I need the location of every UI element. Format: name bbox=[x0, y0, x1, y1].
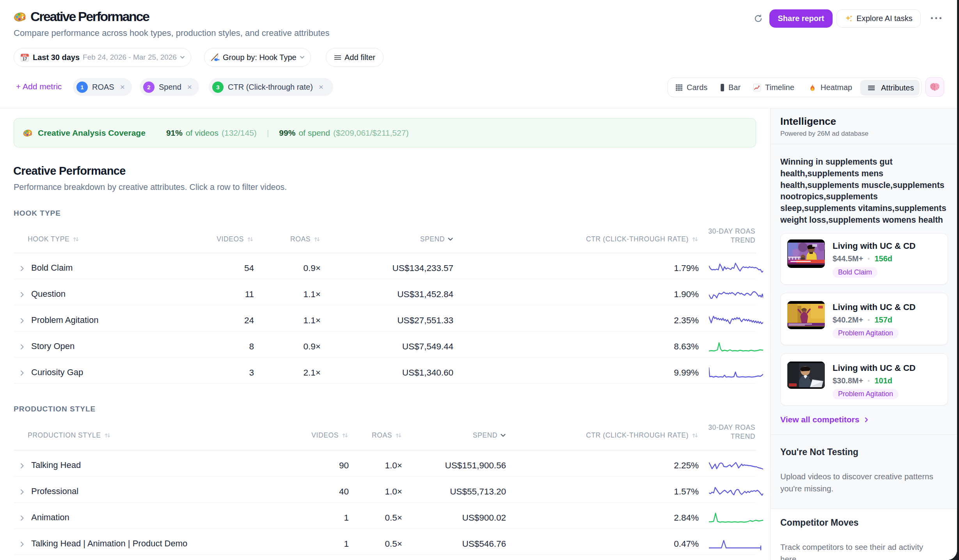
svg-text:JUL: JUL bbox=[23, 54, 27, 57]
svg-text:17: 17 bbox=[23, 57, 27, 61]
